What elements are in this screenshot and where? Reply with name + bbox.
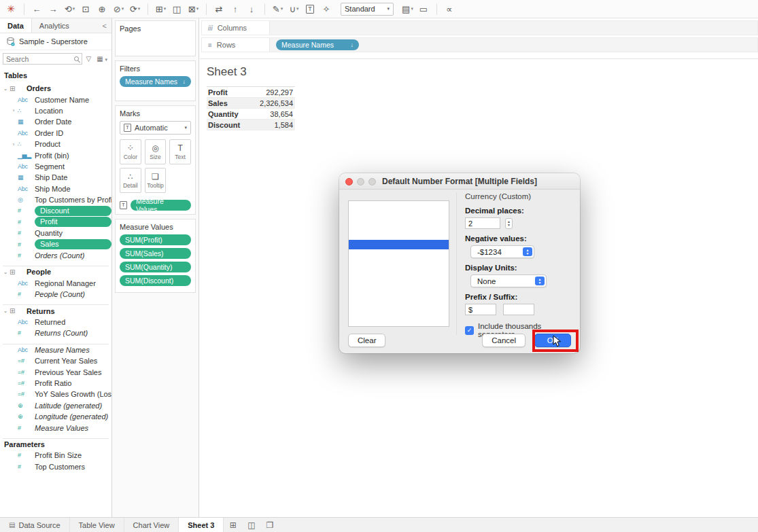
format-scientific[interactable] [349, 249, 449, 259]
stepper-icon[interactable]: ▲▼ [505, 218, 513, 229]
negative-values-dropdown[interactable]: -$1234 ▲▼ [470, 245, 534, 258]
field-profit-bin[interactable]: ▁▅▂ Profit (bin) [0, 149, 111, 160]
mark-type-dropdown[interactable]: T Automatic ▾ [120, 121, 191, 135]
separator[interactable] [148, 3, 148, 15]
tableau-logo-icon[interactable]: ✳ [3, 1, 19, 16]
param-top-customers[interactable]: # Top Customers [0, 461, 111, 472]
field-top-customers-by-profit[interactable]: ◎ Top Customers by Profit [0, 194, 111, 205]
expand-chevron-icon[interactable]: › [10, 141, 18, 147]
new-worksheet-icon[interactable]: ⊞▾ [153, 1, 169, 16]
field-yoy-sales-growth[interactable]: =# YoY Sales Growth (Loss) [0, 389, 111, 400]
field-previous-year-sales[interactable]: =# Previous Year Sales [0, 366, 111, 377]
save-icon[interactable]: ⊡ [78, 1, 94, 16]
table-returns[interactable]: ⌄ ⊞ Returns [0, 305, 111, 316]
field-location[interactable]: › ∴ Location [0, 105, 111, 116]
tab-analytics[interactable]: Analytics [32, 18, 98, 33]
field-orders-count[interactable]: # Orders (Count) [0, 250, 111, 261]
field-measure-values[interactable]: # Measure Values [0, 422, 111, 433]
rows-shelf[interactable]: ≡ Rows Measure Names ↓ [201, 37, 758, 52]
format-currency-custom[interactable] [349, 240, 449, 249]
display-units-dropdown[interactable]: None ▲▼ [470, 274, 547, 287]
show-hide-cards-icon[interactable]: ▤▾ [400, 1, 415, 16]
color-button[interactable]: ⁘ Color [120, 139, 141, 164]
tab-data[interactable]: Data [0, 18, 32, 33]
new-dashboard-button[interactable]: ◫ [242, 518, 260, 532]
minimize-icon[interactable] [357, 178, 364, 185]
group-members-icon[interactable]: ∪▾ [286, 1, 302, 16]
format-custom[interactable] [349, 268, 449, 277]
field-people-count[interactable]: # People (Count) [0, 289, 111, 300]
table-people[interactable]: ⌄ ⊞ People [0, 266, 111, 277]
filters-shelf[interactable]: Filters Measure Names ↓ [115, 60, 196, 101]
sort-descending-icon[interactable]: ↓ [244, 1, 260, 16]
fix-axes-icon[interactable]: ✧ [319, 1, 334, 16]
pause-auto-updates-icon[interactable]: ⊘▾ [111, 1, 126, 16]
field-product[interactable]: › ∴ Product [0, 139, 111, 149]
new-worksheet-button[interactable]: ⊞ [224, 518, 242, 532]
table-row[interactable]: Sales 2,326,534 [207, 98, 295, 109]
tab-table-view[interactable]: Table View [70, 518, 124, 532]
field-sales[interactable]: # Sales [0, 238, 111, 249]
pill-sum-quantity[interactable]: SUM(Quantity) [120, 262, 191, 272]
run-update-icon[interactable]: ⟳▾ [127, 1, 143, 16]
back-icon[interactable]: ← [29, 1, 45, 16]
detail-button[interactable]: ∴ Detail [120, 168, 141, 193]
tab-chart-view[interactable]: Chart View [124, 518, 179, 532]
expand-chevron-icon[interactable]: ⌄ [1, 269, 10, 275]
field-regional-manager[interactable]: Abc Regional Manager [0, 278, 111, 289]
pill-sum-discount[interactable]: SUM(Discount) [120, 275, 191, 286]
size-button[interactable]: ◎ Size [145, 139, 167, 164]
dialog-title-bar[interactable]: Default Number Format [Multiple Fields] [339, 173, 580, 190]
new-data-source-icon[interactable]: ⊕ [94, 1, 110, 16]
field-current-year-sales[interactable]: =# Current Year Sales [0, 355, 111, 366]
tooltip-button[interactable]: ❏ Tooltip [145, 168, 167, 193]
columns-shelf[interactable]: iii Columns [201, 20, 758, 35]
view-options-icon[interactable]: ▦ ▾ [95, 55, 109, 63]
sort-ascending-icon[interactable]: ↑ [228, 1, 243, 16]
pill-sum-sales[interactable]: SUM(Sales) [120, 248, 191, 259]
sort-icon[interactable]: ↓ [183, 78, 186, 85]
search-input-wrap[interactable] [3, 53, 82, 65]
forward-icon[interactable]: → [46, 1, 61, 16]
table-row[interactable]: Profit 292,297 [207, 87, 295, 98]
expand-chevron-icon[interactable]: ⌄ [1, 308, 10, 314]
ok-button[interactable]: OK [534, 334, 571, 347]
tab-sheet-3[interactable]: Sheet 3 [179, 518, 224, 532]
field-ship-mode[interactable]: Abc Ship Mode [0, 183, 111, 194]
field-quantity[interactable]: # Quantity [0, 228, 111, 238]
field-customer-name[interactable]: Abc Customer Name [0, 94, 111, 105]
prefix-input[interactable] [465, 304, 496, 315]
field-longitude-generated[interactable]: ⊕ Longitude (generated) [0, 411, 111, 422]
show-mark-labels-icon[interactable]: T [303, 1, 318, 16]
expand-chevron-icon[interactable]: › [10, 107, 18, 113]
field-discount[interactable]: # Discount [0, 205, 111, 216]
param-profit-bin-size[interactable]: # Profit Bin Size [0, 450, 111, 461]
new-story-button[interactable]: ❐ [260, 518, 279, 532]
table-row[interactable]: Quantity 38,654 [207, 109, 295, 120]
format-number-custom[interactable] [349, 221, 449, 231]
collapse-pane-icon[interactable]: < [98, 18, 111, 33]
decimal-places-input[interactable] [465, 217, 500, 229]
duplicate-sheet-icon[interactable]: ◫ [169, 1, 185, 16]
zoom-icon[interactable] [368, 178, 376, 185]
clear-sheet-icon[interactable]: ⊠▾ [186, 1, 201, 16]
text-button[interactable]: T Text [169, 139, 191, 164]
format-percentage[interactable] [349, 259, 449, 268]
table-row[interactable]: Discount 1,584 [207, 120, 295, 130]
separator[interactable] [24, 3, 24, 15]
swap-rows-columns-icon[interactable]: ⇄ [211, 1, 227, 16]
separator[interactable] [436, 3, 437, 15]
field-measure-names[interactable]: Abc Measure Names [0, 344, 111, 355]
close-icon[interactable] [345, 178, 353, 185]
suffix-input[interactable] [503, 304, 534, 315]
tab-data-source[interactable]: ▤ Data Source [0, 518, 70, 532]
presentation-mode-icon[interactable]: ▭ [416, 1, 432, 16]
field-order-date[interactable]: ▦ Order Date [0, 116, 111, 127]
field-order-id[interactable]: Abc Order ID [0, 128, 111, 139]
format-number-standard[interactable] [349, 213, 449, 222]
field-returns-count[interactable]: # Returns (Count) [0, 327, 111, 338]
table-orders[interactable]: ⌄ ⊞ Orders [0, 83, 111, 94]
search-input[interactable] [6, 55, 54, 63]
undo-icon[interactable]: ⟲▾ [62, 1, 77, 16]
filter-fields-icon[interactable]: ▽ [85, 55, 93, 63]
